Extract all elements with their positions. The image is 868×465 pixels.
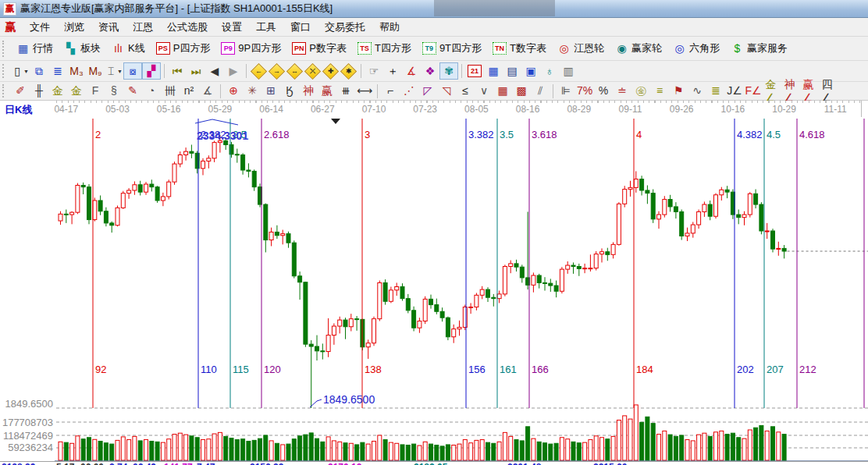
star-grid-button[interactable]: ✳ (243, 83, 261, 100)
fan-lines-button[interactable]: ⋰ (400, 83, 418, 100)
f-angle-button[interactable]: F∠ (744, 83, 763, 100)
date-ruler[interactable]: 04-1705-0305-1605-2906-1406-2707-1007-23… (0, 101, 868, 118)
menu-item-2[interactable]: 资讯 (91, 20, 126, 34)
p-square-button[interactable]: PSP四方形 (151, 39, 216, 58)
hexagon-button[interactable]: ◎六角形 (667, 39, 725, 58)
four-angle-button[interactable]: 四∠ (819, 83, 838, 100)
win-grid-button[interactable]: 赢 (318, 83, 336, 100)
9t-square-button[interactable]: T99T四方形 (417, 39, 487, 58)
color-histogram-button[interactable]: ▞ (142, 62, 161, 80)
price-ruler-button[interactable]: ⊫ (557, 83, 575, 100)
page-prev-button[interactable]: ◀ (205, 62, 224, 80)
compress-horizontal-button[interactable]: ⤫ (304, 62, 321, 79)
analysis-brain-button[interactable]: ✾ (439, 62, 458, 80)
angle-lines-button[interactable]: ≤ (456, 83, 475, 100)
box-grid-button[interactable]: ⊞ (261, 83, 280, 100)
angle-measure-button[interactable]: ∡ (402, 62, 421, 80)
candlestick-chart[interactable]: 2922.3821102.51152.61812031383.3821563.5… (0, 117, 868, 461)
k-mark-button[interactable]: Ӄ (280, 83, 299, 100)
check-lines-button[interactable]: ∨ (475, 83, 493, 100)
title-bar[interactable]: 赢 赢家江恩专业版[赢家内部服务平台] - [上证指数 SH1A0001-155… (0, 0, 868, 18)
menu-item-0[interactable]: 文件 (23, 20, 57, 34)
flag-pen-button[interactable]: ⚑ (669, 83, 688, 100)
menu-item-9[interactable]: 帮助 (372, 20, 407, 34)
j-angle-button[interactable]: J∠ (725, 83, 744, 100)
remote-terminal-button[interactable]: ▥ (559, 62, 578, 80)
last-page-button[interactable]: ⏭ (187, 62, 205, 80)
network-globe-button[interactable]: ♁ (540, 62, 559, 80)
9p-square-button[interactable]: P99P四方形 (215, 39, 286, 58)
gann-toolbox-button[interactable]: ❖ (421, 62, 439, 80)
ruler-date-08-29: 08-29 (562, 104, 596, 115)
gold-level-button[interactable]: ≡ (650, 83, 669, 100)
count-grid-button[interactable]: ⧻ (336, 83, 355, 100)
menu-item-1[interactable]: 浏览 (57, 20, 91, 34)
circle-cross-button[interactable]: ⊕ (224, 83, 243, 100)
f-grid-button[interactable]: F (86, 83, 105, 100)
dense-grid-button[interactable]: 卌 (161, 83, 180, 100)
chart-9-button[interactable]: M₉ (86, 62, 105, 80)
t-table-button[interactable]: TNT数字表 (487, 39, 552, 58)
percent-line-button[interactable]: 7% (575, 83, 594, 100)
win-angle-button[interactable]: 赢∠ (800, 83, 819, 100)
first-page-button[interactable]: ⏮ (168, 62, 187, 80)
info-list-button[interactable]: ≣ (48, 62, 67, 80)
notes-button[interactable]: ▤ (503, 62, 521, 80)
save-disk-button[interactable]: ▣ (521, 62, 540, 80)
shen-angle-button[interactable]: 神∠ (781, 83, 800, 100)
drag-hand-button[interactable]: ☞ (365, 62, 383, 80)
percent-level-button[interactable]: ≐ (613, 83, 631, 100)
shift-left-button[interactable]: ← (251, 62, 267, 79)
sectors-button[interactable]: ▚板块 (59, 39, 106, 58)
grid-tool-button[interactable]: ╫ (30, 83, 48, 100)
p-table-button[interactable]: PNP数字表 (286, 39, 352, 58)
kline-button[interactable]: ılıK线 (106, 39, 151, 58)
compress-all-button[interactable]: ✱ (340, 62, 357, 79)
calendar-button[interactable]: 21 (465, 62, 484, 80)
n2-grid-button[interactable]: n² (180, 83, 198, 100)
gold-grid-2-button[interactable]: 金 (67, 83, 86, 100)
expand-all-button[interactable]: ✚ (322, 62, 339, 79)
span-arrows-button[interactable]: ⟷ (355, 83, 374, 100)
page-next-button[interactable]: ▶ (224, 62, 243, 80)
gold-grid-button[interactable]: 金 (48, 83, 67, 100)
slash-lines-button[interactable]: ⫽ (531, 83, 550, 100)
pen-tool-button[interactable]: ✐ (11, 83, 30, 100)
chart-3-button[interactable]: M₃ (67, 62, 86, 80)
calculator-button[interactable]: ▦ (484, 62, 503, 80)
candle-style-button[interactable]: ⌶▼ (105, 62, 123, 80)
menu-item-5[interactable]: 设置 (215, 20, 249, 34)
menu-item-3[interactable]: 江恩 (126, 20, 160, 34)
gold-levels-button[interactable]: ≣ (706, 83, 725, 100)
wave-tool-button[interactable]: ∿ (688, 83, 706, 100)
time-circle-button[interactable]: ◔ (142, 83, 161, 100)
spiral-tool-button[interactable]: § (105, 83, 123, 100)
t-square-button[interactable]: TST四方形 (352, 39, 417, 58)
menu-item-7[interactable]: 窗口 (283, 20, 318, 34)
gold-angle-button[interactable]: 金∠ (763, 83, 781, 100)
angle-ruler-button[interactable]: ∡ (198, 83, 217, 100)
gann-box-button[interactable]: ⌐ (381, 83, 400, 100)
menu-item-8[interactable]: 交易委托 (318, 20, 372, 34)
gold-circle-button[interactable]: ㊎ (631, 83, 650, 100)
pattern-select-button[interactable]: ⧉ (30, 62, 48, 80)
brush-tool-button[interactable]: ✎ (123, 83, 142, 100)
shift-right-button[interactable]: → (269, 62, 285, 79)
percent-tool-button[interactable]: % (594, 83, 613, 100)
chart-area[interactable]: 2922.3821102.51152.61812031383.3821563.5… (0, 117, 868, 461)
kline-style-button[interactable]: ▯▼ (11, 62, 30, 80)
quotes-button[interactable]: ▦行情 (11, 39, 59, 58)
shen-grid-button[interactable]: 神 (299, 83, 318, 100)
pattern-tool-button[interactable]: ⧇ (123, 62, 142, 80)
winner-wheel-button[interactable]: ◉赢家轮 (610, 39, 667, 58)
red-grid-2-button[interactable]: ▩ (512, 83, 531, 100)
fan-box-button[interactable]: ◸ (418, 83, 437, 100)
menu-item-6[interactable]: 工具 (249, 20, 283, 34)
expand-horizontal-button[interactable]: ↔ (286, 62, 303, 79)
fan-box-2-button[interactable]: ◹ (437, 83, 456, 100)
menu-item-4[interactable]: 公式选股 (160, 20, 215, 34)
red-grid-button[interactable]: ▦ (493, 83, 512, 100)
gann-wheel-button[interactable]: ◎江恩轮 (552, 39, 610, 58)
crosshair-button[interactable]: ＋ (383, 62, 402, 80)
winner-service-button[interactable]: $赢家服务 (725, 39, 793, 58)
